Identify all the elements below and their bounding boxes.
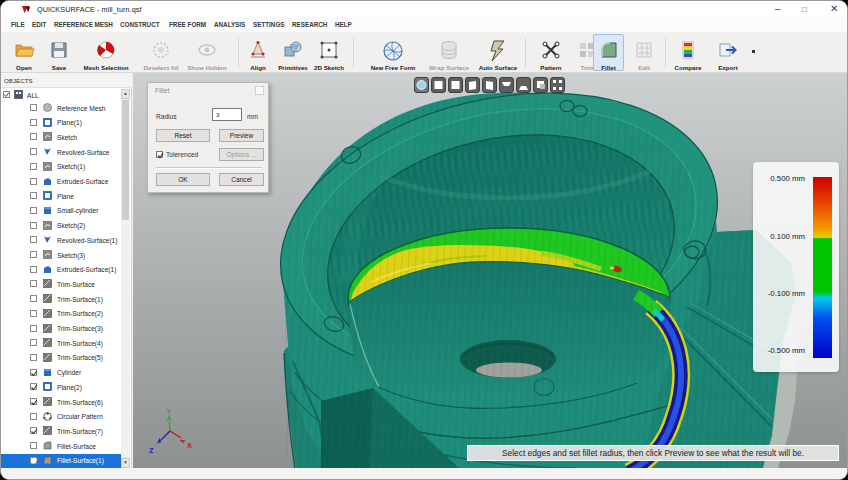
svg-text:Z: Z xyxy=(149,446,154,455)
svg-text:X: X xyxy=(187,441,192,450)
svg-text:Y: Y xyxy=(166,407,171,416)
